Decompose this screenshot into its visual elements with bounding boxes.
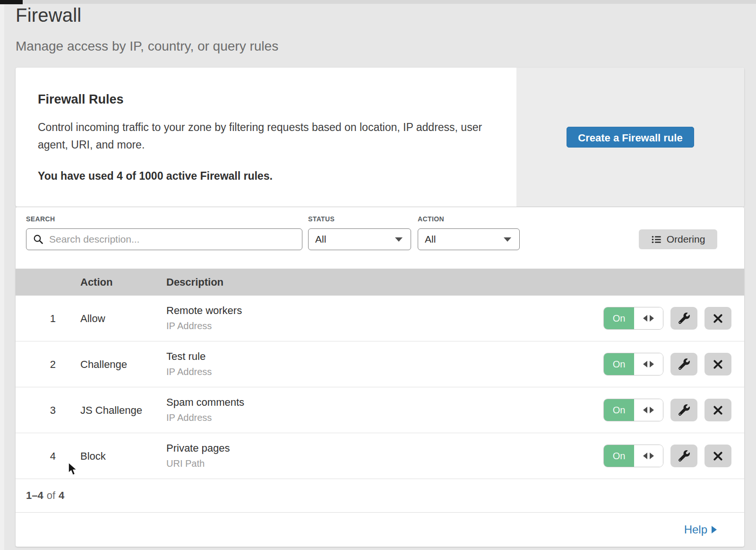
window-edge-artifact [0, 4, 4, 550]
table-row: 4 Block Private pages URI Path On [16, 433, 744, 479]
toggle-on-state[interactable]: On [604, 307, 634, 329]
search-icon [33, 234, 43, 244]
rule-description-title: Spam comments [166, 396, 244, 409]
pagination: 1–4 of 4 [16, 479, 744, 513]
arrow-right-icon [712, 526, 717, 533]
rule-match-field: IP Address [166, 367, 212, 377]
page-title: Firewall [16, 4, 278, 26]
ordered-list-icon [651, 234, 662, 245]
toggle-on-state[interactable]: On [604, 353, 634, 375]
rule-controls: On [603, 445, 731, 467]
action-select[interactable]: All [418, 228, 520, 250]
page-header: Firewall Manage access by IP, country, o… [16, 4, 278, 54]
card-description: Control incoming traffic to your zone by… [38, 119, 487, 154]
close-icon [713, 405, 723, 416]
rule-priority: 1 [39, 313, 56, 325]
left-right-arrows-icon[interactable] [634, 307, 663, 329]
column-header-description: Description [166, 276, 223, 288]
rule-enabled-toggle[interactable]: On [603, 353, 663, 375]
rules-table-card: SEARCH STATUS All ACTION All [16, 207, 744, 547]
mouse-cursor-icon [68, 462, 80, 477]
rule-description: Remote workers IP Address [166, 305, 242, 332]
column-header-action: Action [80, 276, 112, 288]
status-select[interactable]: All [308, 228, 411, 250]
rule-priority: 2 [39, 358, 56, 371]
rule-action: Challenge [80, 358, 127, 371]
edit-rule-button[interactable] [670, 399, 697, 421]
edit-rule-button[interactable] [670, 353, 697, 375]
pagination-total: 4 [59, 489, 64, 502]
pagination-range: 1–4 [26, 489, 43, 502]
rule-controls: On [603, 353, 731, 375]
ordering-button[interactable]: Ordering [639, 229, 717, 249]
rules-list: 1 Allow Remote workers IP Address On [16, 296, 744, 479]
close-icon [713, 313, 723, 324]
toggle-on-state[interactable]: On [604, 399, 634, 421]
toggle-on-state[interactable]: On [604, 445, 634, 467]
close-icon [713, 451, 723, 462]
rule-action: JS Challenge [80, 404, 142, 417]
page-subtitle: Manage access by IP, country, or query r… [16, 39, 278, 54]
rule-enabled-toggle[interactable]: On [603, 307, 663, 330]
rule-controls: On [603, 307, 731, 330]
delete-rule-button[interactable] [704, 445, 731, 467]
search-input[interactable] [26, 228, 302, 250]
delete-rule-button[interactable] [704, 399, 731, 421]
card-heading: Firewall Rules [38, 92, 516, 107]
left-right-arrows-icon[interactable] [634, 353, 663, 375]
action-select-value: All [425, 234, 436, 245]
rule-match-field: URI Path [166, 458, 230, 469]
close-icon [713, 359, 723, 370]
help-link[interactable]: Help [684, 523, 717, 536]
status-label: STATUS [308, 215, 335, 223]
search-label: SEARCH [26, 215, 55, 223]
rule-description-title: Test rule [166, 350, 212, 363]
rules-usage-text: You have used 4 of 1000 active Firewall … [38, 170, 516, 183]
rule-action: Allow [80, 313, 105, 325]
rule-controls: On [603, 399, 731, 421]
rule-action: Block [80, 450, 106, 463]
rule-enabled-toggle[interactable]: On [603, 445, 663, 467]
table-row: 3 JS Challenge Spam comments IP Address … [16, 387, 744, 433]
edit-rule-button[interactable] [670, 307, 697, 330]
table-row: 1 Allow Remote workers IP Address On [16, 296, 744, 341]
table-header: Action Description [16, 269, 744, 296]
help-link-label: Help [684, 523, 707, 536]
create-firewall-rule-button[interactable]: Create a Firewall rule [567, 127, 694, 148]
rule-description-title: Remote workers [166, 305, 242, 317]
rule-enabled-toggle[interactable]: On [603, 399, 663, 421]
create-rule-panel: Create a Firewall rule [516, 68, 744, 207]
chevron-down-icon [504, 237, 511, 242]
rule-priority: 4 [39, 450, 56, 463]
delete-rule-button[interactable] [704, 353, 731, 375]
rule-match-field: IP Address [166, 412, 244, 423]
rule-description: Private pages URI Path [166, 442, 230, 469]
window-edge-artifact [0, 0, 756, 4]
action-label: ACTION [418, 215, 444, 223]
ordering-button-label: Ordering [667, 234, 705, 245]
table-row: 2 Challenge Test rule IP Address On [16, 341, 744, 387]
search-box [26, 228, 302, 250]
pagination-of-label: of [47, 489, 55, 502]
delete-rule-button[interactable] [704, 307, 731, 330]
wrench-icon [679, 450, 690, 462]
rule-match-field: IP Address [166, 321, 242, 332]
left-right-arrows-icon[interactable] [634, 399, 663, 421]
rule-description: Test rule IP Address [166, 350, 212, 377]
wrench-icon [679, 358, 690, 370]
left-right-arrows-icon[interactable] [634, 445, 663, 467]
rule-description-title: Private pages [166, 442, 230, 454]
rule-description: Spam comments IP Address [166, 396, 244, 423]
wrench-icon [679, 404, 690, 416]
card-footer: Help [16, 513, 744, 547]
chevron-down-icon [395, 237, 403, 242]
status-select-value: All [315, 234, 326, 245]
firewall-rules-card-text: Firewall Rules Control incoming traffic … [16, 68, 516, 207]
wrench-icon [679, 313, 690, 324]
rule-priority: 3 [39, 404, 56, 417]
edit-rule-button[interactable] [670, 445, 697, 467]
firewall-rules-card: Firewall Rules Control incoming traffic … [16, 68, 744, 207]
